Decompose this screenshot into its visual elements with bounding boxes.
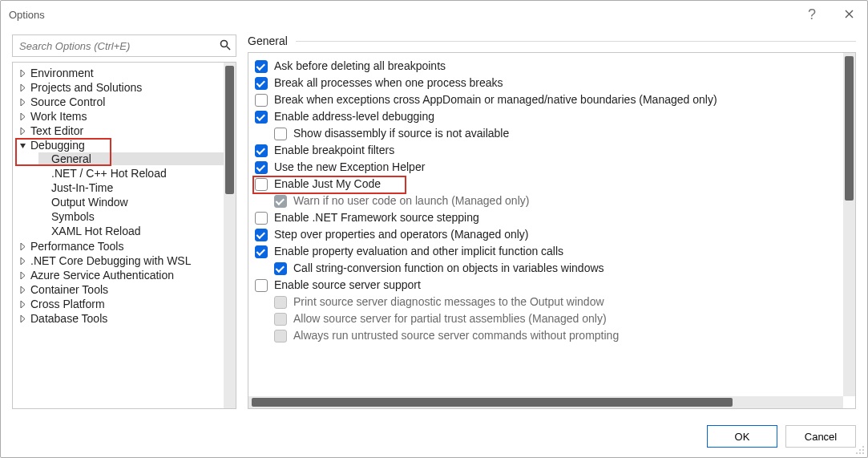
svg-point-0 — [221, 40, 228, 47]
option-row: Warn if no user code on launch (Managed … — [252, 193, 852, 209]
tree-subitem[interactable]: XAML Hot Reload — [34, 224, 236, 238]
tree-item-label: General — [51, 152, 91, 165]
tree-spacer — [38, 212, 48, 221]
chevron-right-icon[interactable] — [18, 241, 27, 251]
tree-item[interactable]: Container Tools — [13, 282, 236, 297]
tree-spacer — [38, 183, 48, 193]
tree-spacer — [38, 154, 48, 164]
checkbox[interactable] — [274, 128, 287, 140]
option-row: Allow source server for partial trust as… — [252, 310, 852, 327]
tree-item-label: Azure Service Authentication — [30, 269, 174, 282]
search-input[interactable] — [18, 39, 215, 53]
checkbox[interactable] — [255, 178, 268, 191]
help-button[interactable]: ? — [793, 1, 830, 28]
option-row: Break when exceptions cross AppDomain or… — [252, 91, 852, 108]
checkbox[interactable] — [255, 94, 268, 107]
svg-rect-4 — [862, 452, 864, 454]
tree-item[interactable]: Work Items — [13, 109, 236, 124]
tree-subitem[interactable]: Symbols — [34, 209, 236, 224]
tree-item-label: Output Window — [51, 196, 128, 209]
search-box[interactable] — [12, 34, 236, 57]
tree-item[interactable]: Text Editor — [13, 124, 236, 138]
tree-item-label: Cross Platform — [30, 298, 105, 310]
tree-item[interactable]: DebuggingGeneral.NET / C++ Hot ReloadJus… — [13, 138, 236, 239]
checkbox[interactable] — [255, 212, 268, 225]
option-label: Use the new Exception Helper — [274, 159, 425, 176]
tree-item[interactable]: Azure Service Authentication — [13, 268, 236, 282]
left-pane: EnvironmentProjects and SolutionsSource … — [12, 34, 236, 409]
option-row: Print source server diagnostic messages … — [252, 294, 852, 310]
options-dialog: Options ? EnvironmentProjects and Soluti… — [0, 0, 868, 458]
tree-spacer — [38, 168, 48, 178]
scroll-thumb[interactable] — [845, 56, 854, 201]
tree-subitem[interactable]: Output Window — [34, 195, 236, 209]
resize-grip-icon[interactable] — [854, 444, 866, 456]
tree-subitem[interactable]: Just-In-Time — [34, 180, 236, 195]
scroll-thumb[interactable] — [252, 398, 733, 407]
tree-item[interactable]: Source Control — [13, 95, 236, 109]
option-label: Call string-conversion function on objec… — [293, 260, 604, 277]
option-row: Enable Just My Code — [252, 176, 852, 193]
options-scrollbar-vertical[interactable] — [843, 53, 855, 396]
ok-button[interactable]: OK — [707, 425, 777, 448]
tree-item[interactable]: Environment — [13, 66, 236, 80]
category-tree[interactable]: EnvironmentProjects and SolutionsSource … — [12, 62, 236, 409]
tree-item[interactable]: Database Tools — [13, 311, 236, 326]
titlebar-buttons: ? — [793, 1, 867, 28]
checkbox[interactable] — [255, 60, 268, 73]
group-divider — [296, 41, 856, 42]
checkbox[interactable] — [255, 161, 268, 174]
chevron-right-icon[interactable] — [18, 256, 27, 265]
option-row: Always run untrusted source server comma… — [252, 327, 852, 344]
option-label: Enable breakpoint filters — [274, 142, 394, 159]
option-label: Ask before deleting all breakpoints — [274, 58, 446, 75]
checkbox — [274, 195, 287, 208]
tree-item[interactable]: Cross Platform — [13, 297, 236, 311]
close-button[interactable] — [830, 1, 867, 28]
svg-rect-1 — [862, 446, 864, 448]
search-icon — [220, 39, 231, 53]
checkbox[interactable] — [255, 245, 268, 258]
option-label: Print source server diagnostic messages … — [293, 294, 604, 310]
options-scrollbar-horizontal[interactable] — [248, 396, 843, 408]
group-header: General — [248, 34, 856, 47]
tree-item[interactable]: Performance Tools — [13, 239, 236, 253]
tree-subitem[interactable]: .NET / C++ Hot Reload — [34, 166, 236, 180]
chevron-right-icon[interactable] — [18, 270, 27, 280]
scroll-thumb[interactable] — [225, 66, 234, 194]
chevron-right-icon[interactable] — [18, 111, 27, 121]
option-row: Ask before deleting all breakpoints — [252, 58, 852, 75]
option-label: Enable address-level debugging — [274, 108, 434, 125]
option-label: Enable source server support — [274, 277, 421, 294]
svg-rect-6 — [856, 452, 858, 454]
checkbox[interactable] — [255, 144, 268, 157]
checkbox[interactable] — [255, 279, 268, 292]
right-pane: General Ask before deleting all breakpoi… — [248, 34, 856, 409]
option-row: Use the new Exception Helper — [252, 159, 852, 176]
chevron-right-icon[interactable] — [18, 83, 27, 92]
checkbox[interactable] — [255, 111, 268, 124]
chevron-right-icon[interactable] — [18, 126, 27, 136]
chevron-right-icon[interactable] — [18, 68, 27, 78]
checkbox[interactable] — [255, 229, 268, 241]
option-label: Break when exceptions cross AppDomain or… — [274, 91, 717, 108]
cancel-button[interactable]: Cancel — [785, 425, 856, 448]
tree-spacer — [38, 197, 48, 207]
option-row: Break all processes when one process bre… — [252, 75, 852, 91]
option-row: Step over properties and operators (Mana… — [252, 226, 852, 243]
chevron-right-icon[interactable] — [18, 314, 27, 323]
checkbox[interactable] — [274, 262, 287, 275]
tree-item[interactable]: Projects and Solutions — [13, 80, 236, 95]
tree-subitem[interactable]: General — [34, 152, 236, 166]
checkbox[interactable] — [255, 77, 268, 90]
tree-item[interactable]: .NET Core Debugging with WSL — [13, 253, 236, 268]
tree-scrollbar[interactable] — [224, 63, 236, 408]
option-label: Enable Just My Code — [274, 176, 381, 193]
option-label: Enable .NET Framework source stepping — [274, 209, 479, 226]
chevron-right-icon[interactable] — [18, 97, 27, 107]
chevron-down-icon[interactable] — [18, 140, 27, 150]
window-title: Options — [9, 9, 793, 21]
chevron-right-icon[interactable] — [18, 299, 27, 309]
option-label: Always run untrusted source server comma… — [293, 327, 619, 344]
chevron-right-icon[interactable] — [18, 285, 27, 294]
